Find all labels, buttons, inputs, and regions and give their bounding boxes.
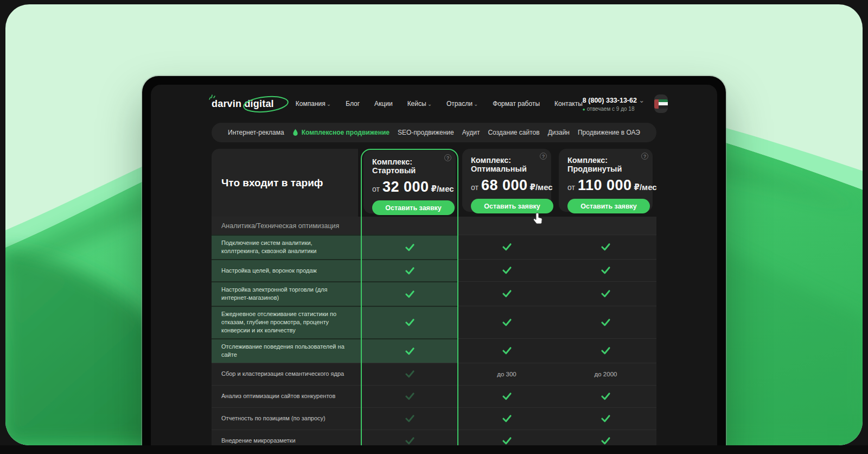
status-dot-icon: ● — [583, 107, 585, 112]
features-title: Что входит в тариф — [221, 177, 323, 189]
tab-internet-ads[interactable]: Интернет-реклама — [228, 129, 284, 136]
check-icon — [458, 385, 555, 407]
check-icon-faded — [361, 385, 458, 407]
limit-text: до 300 — [458, 363, 555, 385]
check-icon — [555, 407, 656, 430]
section-header-row: Аналитика/Техническая оптимизация — [212, 217, 656, 235]
tab-uae-promotion[interactable]: Продвижение в ОАЭ — [578, 129, 640, 136]
bottom-frame-bar — [0, 445, 868, 454]
flame-icon — [292, 129, 298, 136]
check-icon-faded — [361, 363, 458, 385]
check-icon — [361, 306, 458, 338]
plans-header-row: Что входит в тариф Комплекс: Стартовый о… — [212, 149, 656, 217]
check-icon-faded — [361, 407, 458, 430]
nav-item-industries[interactable]: Отрасли⌄ — [446, 100, 478, 108]
chevron-down-icon: ⌄ — [474, 101, 478, 107]
check-icon — [458, 235, 555, 259]
check-icon — [458, 407, 555, 430]
nav-item-work-format[interactable]: Формат работы — [493, 100, 540, 108]
nav-item-blog[interactable]: Блог — [346, 100, 360, 108]
uae-flag-icon — [654, 99, 668, 109]
phone-block: 8 (800) 333-13-62 ⌄ ●отвечаем с 9 до 18 — [583, 96, 644, 112]
phone-number[interactable]: 8 (800) 333-13-62 ⌄ — [583, 96, 644, 104]
tab-design[interactable]: Дизайн — [548, 129, 570, 136]
feature-label: Ежедневное отслеживание статистики по от… — [212, 306, 361, 338]
tab-seo[interactable]: SEO-продвижение — [398, 129, 454, 136]
pricing-table: Что входит в тариф Комплекс: Стартовый о… — [212, 149, 656, 454]
plan-card-start: Комплекс: Стартовый от32 000₽/мес Остави… — [363, 150, 456, 213]
tab-complex-promotion[interactable]: Комплексное продвижение — [292, 129, 390, 136]
plan-name: Комплекс: Продвинутый — [567, 156, 646, 173]
check-icon — [555, 385, 656, 407]
service-tabbar: Интернет-реклама Комплексное продвижение… — [212, 123, 656, 142]
working-hours: ●отвечаем с 9 до 18 — [583, 106, 644, 112]
chevron-down-icon: ⌄ — [327, 101, 331, 107]
plan-price: от32 000₽/мес — [372, 179, 449, 196]
main-nav: Компания⌄ Блог Акции Кейсы⌄ Отрасли⌄ Фор… — [296, 100, 583, 108]
nav-item-promos[interactable]: Акции — [374, 100, 393, 108]
check-icon — [555, 259, 656, 281]
language-flag-button[interactable] — [654, 94, 668, 113]
nav-item-contacts[interactable]: Контакты — [554, 100, 583, 108]
submit-request-button[interactable]: Оставить заявку — [567, 199, 650, 213]
features-header: Что входит в тариф — [212, 149, 358, 217]
feature-label: Сбор и кластеризация семантического ядра — [212, 363, 361, 385]
check-icon — [555, 235, 656, 259]
help-icon[interactable]: ? — [444, 154, 451, 161]
plan-card-optimal: Комплекс: Оптимальный от68 000₽/мес Оста… — [462, 149, 551, 212]
check-icon — [555, 281, 656, 306]
chevron-down-icon: ⌄ — [427, 101, 432, 107]
check-icon — [361, 259, 458, 281]
feature-label: Подключение систем аналитики, коллтрекин… — [212, 235, 361, 259]
feature-label: Настройка целей, воронок продаж — [212, 259, 361, 281]
submit-request-button[interactable]: Оставить заявку — [372, 200, 455, 215]
laptop-mockup: darvin digital Компания⌄ Блог Акции Кейс… — [142, 76, 726, 454]
feature-label: Отчетность по позициям (по запросу) — [212, 407, 361, 430]
chevron-down-icon: ⌄ — [639, 97, 644, 104]
plan-price: от68 000₽/мес — [471, 177, 545, 194]
nav-item-cases[interactable]: Кейсы⌄ — [407, 100, 432, 108]
sparkle-icon — [208, 93, 216, 100]
tab-site-creation[interactable]: Создание сайтов — [488, 129, 539, 136]
brand-logo-text: darvin digital — [212, 98, 274, 109]
limit-text: до 2000 — [555, 363, 656, 385]
feature-label: Отслеживание поведения пользователей на … — [212, 338, 361, 363]
check-icon — [458, 281, 555, 306]
feature-row: Сбор и кластеризация семантического ядра… — [212, 363, 656, 385]
section-label: Аналитика/Техническая оптимизация — [221, 222, 339, 230]
check-icon — [458, 259, 555, 281]
feature-row: Анализ оптимизации сайтов конкурентов — [212, 385, 656, 407]
check-icon — [555, 338, 656, 363]
cursor-pointer-icon — [533, 212, 545, 225]
feature-row: Настройка электронной торговли (для инте… — [212, 281, 656, 306]
feature-row: Подключение систем аналитики, коллтрекин… — [212, 235, 656, 259]
laptop-screen: darvin digital Компания⌄ Блог Акции Кейс… — [151, 85, 717, 454]
check-icon — [361, 338, 458, 363]
check-icon — [555, 306, 656, 338]
feature-row: Настройка целей, воронок продаж — [212, 259, 656, 281]
brand-logo[interactable]: darvin digital — [212, 98, 274, 110]
feature-label: Настройка электронной торговли (для инте… — [212, 281, 361, 306]
check-icon — [458, 338, 555, 363]
check-icon — [458, 306, 555, 338]
feature-row: Отслеживание поведения пользователей на … — [212, 338, 656, 363]
plan-price: от110 000₽/мес — [567, 177, 646, 194]
plan-name: Комплекс: Стартовый — [372, 157, 449, 175]
feature-row: Ежедневное отслеживание статистики по от… — [212, 306, 656, 338]
check-icon — [361, 281, 458, 306]
feature-row: Отчетность по позициям (по запросу) — [212, 407, 656, 430]
check-icon — [361, 235, 458, 259]
plan-card-advanced: Комплекс: Продвинутый от110 000₽/мес Ост… — [559, 149, 653, 212]
site-header: darvin digital Компания⌄ Блог Акции Кейс… — [212, 92, 656, 115]
help-icon[interactable]: ? — [540, 153, 547, 160]
tab-audit[interactable]: Аудит — [462, 129, 480, 136]
help-icon[interactable]: ? — [641, 153, 648, 160]
nav-item-company[interactable]: Компания⌄ — [296, 100, 331, 108]
plan-name: Комплекс: Оптимальный — [471, 156, 545, 173]
feature-label: Анализ оптимизации сайтов конкурентов — [212, 385, 361, 407]
feature-rows: Подключение систем аналитики, коллтрекин… — [212, 235, 656, 454]
submit-request-button[interactable]: Оставить заявку — [471, 199, 553, 213]
